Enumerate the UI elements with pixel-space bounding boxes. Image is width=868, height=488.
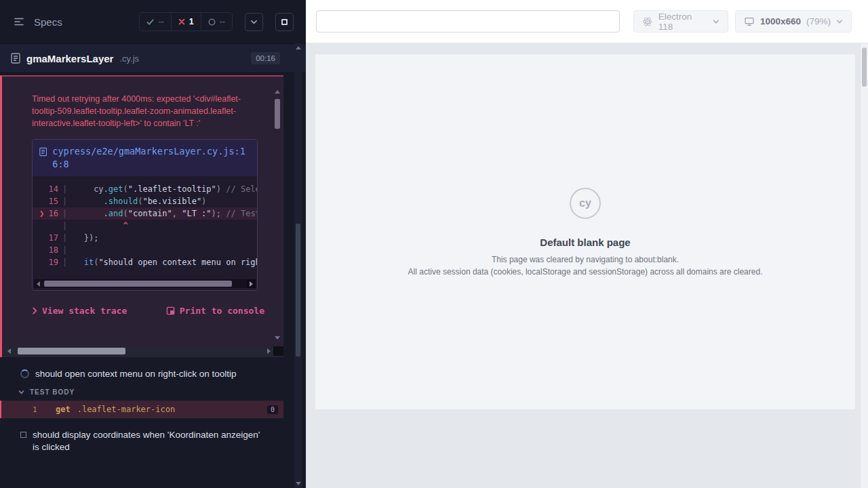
command-message: .leaflet-marker-icon bbox=[77, 405, 176, 414]
x-icon bbox=[178, 18, 185, 25]
print-to-console-button[interactable]: Print to console bbox=[166, 306, 264, 316]
check-icon bbox=[146, 18, 154, 26]
code-lines: 14| cy.get(".leaflet-tooltip") // Sele15… bbox=[33, 183, 257, 268]
spec-file-icon bbox=[11, 53, 20, 64]
specs-title: Specs bbox=[34, 16, 62, 28]
stage-header: Electron 118 1000x660 (79%) bbox=[306, 0, 868, 43]
chevron-down-icon bbox=[18, 389, 24, 395]
error-scrollbar-thumb[interactable] bbox=[275, 99, 280, 129]
test-stats: -- 1 -- bbox=[139, 12, 233, 31]
error-actions: View stack trace Print to console bbox=[32, 306, 264, 316]
section-label: TEST BODY bbox=[30, 388, 75, 396]
command-log-row[interactable]: 1 get .leaflet-marker-icon 0 bbox=[0, 401, 283, 418]
view-stack-trace-button[interactable]: View stack trace bbox=[32, 306, 127, 316]
stage-scrollbar-thumb[interactable] bbox=[862, 47, 867, 87]
scroll-right-icon bbox=[267, 348, 271, 354]
pending-circle-icon bbox=[208, 18, 216, 26]
reporter-scrollbar-thumb[interactable] bbox=[296, 224, 300, 357]
viewport-size: 1000x660 bbox=[760, 16, 801, 26]
pending-count: -- bbox=[220, 17, 225, 26]
browser-selector[interactable]: Electron 118 bbox=[633, 10, 728, 33]
file-icon bbox=[39, 147, 47, 157]
code-line: 18| bbox=[33, 244, 257, 256]
cypress-logo: cy bbox=[570, 188, 601, 219]
code-frame-body: 14| cy.get(".leaflet-tooltip") // Sele15… bbox=[33, 176, 257, 290]
specs-menu-button[interactable] bbox=[11, 14, 27, 30]
stop-icon bbox=[281, 19, 288, 25]
stage-body: cy Default blank page This page was clea… bbox=[306, 43, 868, 488]
specs-list-icon bbox=[13, 16, 25, 28]
blank-page-line1: This page was cleared by navigating to a… bbox=[492, 255, 679, 264]
url-input[interactable] bbox=[316, 10, 620, 33]
aut-iframe: cy Default blank page This page was clea… bbox=[315, 54, 855, 409]
command-number: 1 bbox=[33, 405, 56, 414]
chevron-down-icon bbox=[836, 18, 843, 25]
test-item-pending[interactable]: should display coordinates when 'Koordin… bbox=[0, 429, 306, 453]
spec-header: gmaMarkersLayer .cy.js 00:16 bbox=[0, 43, 306, 73]
test-title: should open context menu on right-click … bbox=[35, 368, 236, 380]
electron-browser-icon bbox=[642, 16, 653, 27]
test-body-section-header[interactable]: TEST BODY bbox=[0, 388, 306, 396]
app-root: Specs -- 1 -- bbox=[0, 0, 868, 488]
stage-vertical-scrollbar[interactable] bbox=[860, 43, 868, 488]
code-line: 15| .should("be.visible") bbox=[33, 195, 257, 207]
spec-extension: .cy.js bbox=[119, 54, 139, 64]
test-pending-icon bbox=[20, 432, 26, 438]
scroll-down-icon bbox=[296, 482, 301, 485]
code-line: 19| it("should open context menu on righ bbox=[33, 256, 257, 268]
scroll-up-icon bbox=[275, 90, 280, 94]
stop-run-button[interactable] bbox=[275, 13, 294, 31]
stat-pending[interactable]: -- bbox=[201, 13, 232, 30]
code-line: ❯16| .and("contain", "LT :"); // Test bbox=[33, 207, 257, 220]
scroll-right-icon bbox=[250, 281, 253, 287]
print-console-icon bbox=[166, 306, 175, 315]
error-message: Timed out retrying after 4000ms: expecte… bbox=[32, 93, 260, 129]
viewport-monitor-icon bbox=[744, 16, 755, 27]
code-scrollbar-thumb[interactable] bbox=[44, 281, 232, 287]
reporter-vertical-scrollbar[interactable] bbox=[294, 43, 302, 488]
chevron-down-icon bbox=[713, 18, 719, 25]
failed-count: 1 bbox=[189, 17, 194, 26]
code-line: | ^ bbox=[33, 220, 257, 232]
scroll-down-icon bbox=[275, 336, 280, 340]
browser-label: Electron 118 bbox=[658, 12, 707, 32]
scroll-left-icon bbox=[7, 348, 11, 354]
test-error-panel: Timed out retrying after 4000ms: expecte… bbox=[0, 75, 283, 357]
chevron-right-icon bbox=[32, 307, 37, 314]
command-method: get bbox=[56, 405, 71, 414]
scroll-left-icon bbox=[37, 281, 40, 287]
error-vertical-scrollbar[interactable] bbox=[274, 90, 280, 340]
blank-page-title: Default blank page bbox=[540, 237, 630, 248]
scrollbar-corner bbox=[273, 346, 283, 356]
code-line: 17| }); bbox=[33, 232, 257, 244]
code-horizontal-scrollbar[interactable] bbox=[34, 279, 256, 288]
stat-failed[interactable]: 1 bbox=[171, 13, 201, 30]
stat-passed[interactable]: -- bbox=[140, 13, 170, 30]
spec-duration-badge: 00:16 bbox=[251, 52, 280, 64]
error-horizontal-scrollbar[interactable] bbox=[5, 346, 283, 356]
code-frame-header: cypress/e2e/gmaMarkersLayer.cy.js:16:8 bbox=[33, 140, 257, 176]
blank-page-line2: All active session data (cookies, localS… bbox=[408, 267, 763, 277]
scroll-up-icon bbox=[296, 46, 301, 49]
error-hscrollbar-thumb[interactable] bbox=[18, 348, 125, 354]
reporter-header: Specs -- 1 -- bbox=[0, 0, 306, 43]
collapse-all-button[interactable] bbox=[245, 13, 263, 31]
error-file-link[interactable]: cypress/e2e/gmaMarkersLayer.cy.js:16:8 bbox=[52, 145, 250, 171]
viewport-scale: (79%) bbox=[806, 16, 831, 26]
viewport-selector[interactable]: 1000x660 (79%) bbox=[735, 10, 852, 33]
code-frame: cypress/e2e/gmaMarkersLayer.cy.js:16:8 1… bbox=[32, 139, 258, 291]
command-count-badge: 0 bbox=[267, 405, 278, 414]
stage: Electron 118 1000x660 (79%) cy Default b… bbox=[306, 0, 868, 488]
reporter-sidebar: Specs -- 1 -- bbox=[0, 0, 306, 488]
code-line: 14| cy.get(".leaflet-tooltip") // Sele bbox=[33, 183, 257, 195]
passed-count: -- bbox=[158, 17, 163, 26]
test-running-spinner-icon bbox=[20, 369, 29, 378]
test-item-active[interactable]: should open context menu on right-click … bbox=[0, 368, 306, 380]
test-title: should display coordinates when 'Koordin… bbox=[33, 429, 267, 453]
spec-name[interactable]: gmaMarkersLayer bbox=[26, 53, 113, 64]
chevron-down-icon bbox=[250, 18, 258, 26]
